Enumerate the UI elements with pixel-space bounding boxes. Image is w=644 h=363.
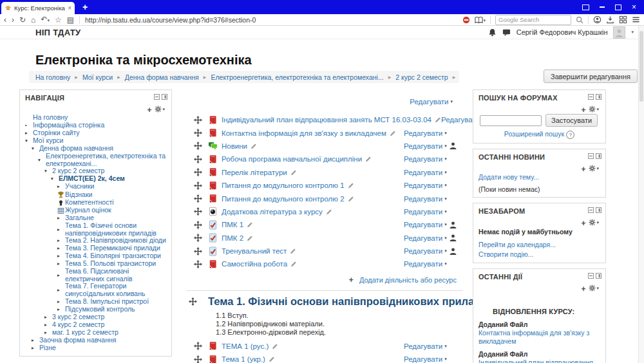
- edit-pencil-icon[interactable]: [290, 169, 297, 176]
- forward-icon[interactable]: ›: [12, 15, 14, 25]
- move-section-icon[interactable]: [189, 297, 197, 306]
- apps-grid-icon[interactable]: [619, 15, 627, 24]
- chevron-right-icon[interactable]: ▸: [57, 260, 65, 268]
- block-settings-menu[interactable]: ▾: [589, 106, 599, 113]
- move-icon[interactable]: [194, 168, 202, 176]
- block-settings-menu[interactable]: ▾: [589, 284, 599, 292]
- block-settings-menu[interactable]: ▾: [155, 106, 165, 113]
- section0-edit-menu[interactable]: Редагувати▾: [186, 98, 463, 106]
- downloads-icon[interactable]: [606, 15, 614, 24]
- history-icon[interactable]: ↶▾: [41, 14, 50, 26]
- chevron-right-icon[interactable]: ▸: [57, 272, 65, 279]
- menu-icon[interactable]: [632, 15, 640, 24]
- move-icon[interactable]: [194, 342, 202, 350]
- edit-menu[interactable]: Редагувати: [404, 129, 442, 137]
- edit-menu[interactable]: Редагувати: [404, 208, 442, 216]
- browser-tab[interactable]: Курс: Електроніка та мі ×: [1, 2, 75, 14]
- activity-link[interactable]: Самостійна робота: [222, 260, 287, 268]
- chevron-right-icon[interactable]: ▸: [57, 286, 65, 294]
- minimize-icon[interactable]: [600, 6, 605, 8]
- edit-pencil-icon[interactable]: [326, 209, 332, 215]
- edit-pencil-icon[interactable]: [390, 130, 396, 136]
- edit-menu[interactable]: Редагувати: [404, 195, 442, 203]
- dock-block-icon[interactable]: [596, 207, 601, 213]
- edit-pencil-icon[interactable]: [251, 143, 257, 149]
- edit-pencil-icon[interactable]: [272, 343, 278, 349]
- advanced-search-link[interactable]: Розширений пошук: [504, 130, 564, 138]
- search-icon[interactable]: [576, 16, 583, 24]
- edit-menu[interactable]: Редагувати: [404, 355, 442, 363]
- breadcrumb-semester[interactable]: 2 курс 2 семестр: [395, 73, 448, 81]
- chevron-right-icon[interactable]: ▸: [44, 313, 52, 321]
- activity-link[interactable]: Тема 1 (укр.): [222, 355, 265, 363]
- notifications-bell-icon[interactable]: [488, 28, 497, 37]
- back-icon[interactable]: ‹: [4, 15, 6, 25]
- messages-icon[interactable]: [502, 28, 511, 37]
- chevron-right-icon[interactable]: ▸: [44, 329, 52, 337]
- adblock-icon[interactable]: [462, 16, 470, 24]
- move-icon[interactable]: [194, 355, 202, 363]
- user-menu-caret-icon[interactable]: ▾: [631, 30, 634, 35]
- address-bar[interactable]: http://nip.tsatu.edu.ua/course/view.php?…: [85, 16, 256, 24]
- move-icon[interactable]: [194, 221, 202, 229]
- edit-pencil-icon[interactable]: [269, 356, 275, 362]
- chevron-right-icon[interactable]: ▸: [57, 245, 65, 252]
- move-icon[interactable]: [194, 260, 202, 268]
- collapse-block-icon[interactable]: [588, 273, 594, 279]
- assign-roles-icon[interactable]: [449, 142, 457, 150]
- activity-link[interactable]: Контактна інформація для зв'язку з викла…: [222, 129, 386, 137]
- finish-editing-button[interactable]: Завершити редагування: [544, 70, 638, 83]
- reload-icon[interactable]: ↻: [19, 15, 26, 25]
- scrollbar-thumb[interactable]: [639, 31, 643, 102]
- site-logo[interactable]: НІП ТДАТУ: [35, 28, 80, 37]
- edit-pencil-icon[interactable]: [435, 116, 441, 123]
- move-block-icon[interactable]: +: [581, 284, 585, 293]
- breadcrumb-home[interactable]: На головну: [35, 73, 70, 81]
- chevron-down-icon[interactable]: ▾: [32, 145, 39, 153]
- activity-link[interactable]: Питання до модульного контролю 1: [222, 182, 345, 189]
- entry-link[interactable]: Індивідуальний план відпрацювання занять…: [478, 358, 600, 363]
- new-tab-button[interactable]: +: [82, 2, 88, 12]
- edit-pencil-icon[interactable]: [290, 248, 296, 254]
- tab-close-icon[interactable]: ×: [68, 5, 71, 12]
- edit-menu[interactable]: Редагувати: [404, 260, 442, 268]
- move-block-icon[interactable]: +: [581, 106, 585, 115]
- chevron-right-icon[interactable]: ▸: [32, 337, 39, 344]
- edit-menu[interactable]: Редагувати: [404, 234, 442, 242]
- block-settings-menu[interactable]: ▾: [589, 165, 599, 172]
- assign-roles-icon[interactable]: [449, 234, 457, 242]
- new-event-link[interactable]: Створити подію...: [478, 250, 600, 259]
- move-icon[interactable]: [194, 194, 202, 203]
- edit-menu[interactable]: Редагувати: [404, 169, 442, 176]
- assign-roles-icon[interactable]: [449, 221, 457, 229]
- move-icon[interactable]: [194, 234, 202, 242]
- chevron-right-icon[interactable]: ▸: [57, 226, 65, 234]
- activity-link[interactable]: ПМК 1: [222, 221, 243, 228]
- avatar[interactable]: [613, 26, 625, 39]
- edit-pencil-icon[interactable]: [247, 235, 253, 241]
- edit-pencil-icon[interactable]: [348, 196, 354, 202]
- breadcrumb-specialty[interactable]: Електроенергетика, електротехніка та еле…: [211, 73, 383, 81]
- chevron-down-icon[interactable]: ▾: [25, 137, 33, 145]
- chevron-down-icon[interactable]: ▾: [51, 175, 59, 183]
- home-icon[interactable]: ⌂: [31, 15, 35, 25]
- dock-block-icon[interactable]: [596, 153, 601, 159]
- dock-block-icon[interactable]: [162, 94, 167, 100]
- move-icon[interactable]: [194, 247, 202, 256]
- edit-pencil-icon[interactable]: [247, 221, 253, 228]
- page-scrollbar[interactable]: [638, 26, 644, 363]
- move-icon[interactable]: [194, 182, 202, 190]
- activity-link[interactable]: Перелік літератури: [222, 169, 287, 176]
- activity-link[interactable]: Робоча програма навчальної дисципліни: [222, 155, 362, 163]
- move-icon[interactable]: [194, 207, 202, 216]
- edit-menu[interactable]: Редагувати: [404, 342, 442, 350]
- activity-link[interactable]: Тренувальний тест: [222, 247, 287, 255]
- edit-menu[interactable]: Редагувати: [404, 155, 442, 163]
- bookmark-star-icon[interactable]: ☆: [55, 15, 62, 25]
- edit-menu[interactable]: Редагувати: [404, 182, 442, 189]
- search-box[interactable]: Google Search: [495, 15, 571, 25]
- tab-preview-icon[interactable]: [582, 5, 589, 10]
- move-icon[interactable]: [194, 116, 202, 124]
- help-icon[interactable]: ?: [566, 131, 574, 139]
- edit-pencil-icon[interactable]: [365, 156, 372, 162]
